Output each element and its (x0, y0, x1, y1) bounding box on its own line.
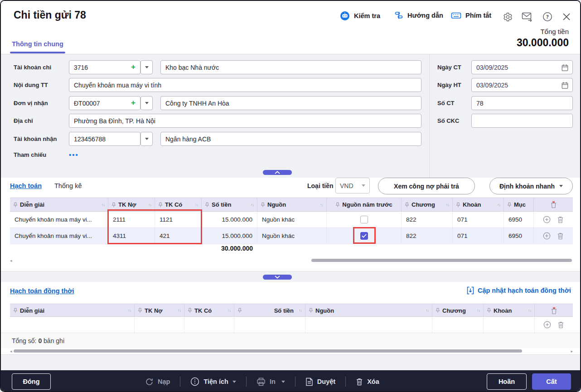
col-credit[interactable]: TK Có↑↓ (184, 304, 234, 317)
table-row-selected[interactable]: Chuyển khoản mua máy vi... 4311 421 15.0… (10, 228, 573, 244)
ckc-no-label: Số CKC (437, 117, 459, 124)
collapse-up-button[interactable] (263, 170, 292, 175)
payment-desc-input[interactable]: Chuyển khoản mua máy vi tính (69, 78, 421, 92)
form-area: Tài khoản chi 3716 + Kho bạc Nhà nước Nộ… (1, 54, 580, 178)
tab-accounting[interactable]: Hạch toán (10, 182, 42, 189)
cell-clause: 071 (453, 228, 504, 244)
simultaneous-title-link[interactable]: Hạch toán đồng thời (10, 287, 74, 295)
quick-entry-label: Định khoản nhanh (499, 183, 555, 190)
utilities-icon (190, 377, 199, 386)
add-row-icon[interactable] (543, 232, 551, 240)
scroll-left-icon[interactable]: ◂ (10, 258, 12, 263)
scroll-left-icon[interactable]: ◂ (10, 349, 12, 353)
prev-year-checkbox-checked[interactable] (360, 232, 368, 240)
scrollbar-thumb[interactable] (14, 349, 522, 353)
calendar-icon[interactable] (561, 82, 569, 91)
address-input[interactable]: Phường Ba Đình, TP. Hà Nội (69, 114, 421, 128)
doc-date-input[interactable]: 03/09/2025 (471, 60, 573, 74)
quick-entry-button[interactable]: Định khoản nhanh (489, 178, 573, 194)
approve-button[interactable]: Duyệt (305, 377, 335, 386)
pin-icon (309, 308, 313, 313)
col-prev-year-source[interactable]: Nguồn năm trước (327, 198, 402, 211)
svg-text:?: ? (546, 14, 549, 20)
col-item[interactable]: Mục (504, 198, 534, 211)
check-action[interactable]: Kiểm tra (340, 11, 380, 21)
account-in-code: 123456788 (74, 136, 106, 143)
print-button[interactable]: In (257, 377, 285, 386)
reload-button[interactable]: Nạp (145, 377, 170, 386)
shortcut-action[interactable]: Phím tắt (451, 11, 491, 20)
h-scrollbar: ◂ ▸ (10, 349, 573, 353)
utilities-button[interactable]: Tiện ích (190, 377, 236, 386)
account-out-label: Tài khoản chi (14, 64, 51, 71)
update-simultaneous-link[interactable]: Cập nhật hạch toán đồng thời (467, 286, 571, 295)
col-clause[interactable]: Khoản↑↓ (453, 198, 504, 211)
close-button[interactable] (561, 11, 572, 22)
add-row-icon[interactable] (543, 216, 551, 223)
receiver-unit-name-input[interactable]: Công ty TNHH An Hòa (160, 96, 421, 110)
pin-icon (138, 308, 142, 313)
delete-row-icon[interactable] (557, 216, 564, 223)
col-debit[interactable]: TK Nợ↑↓ (135, 304, 184, 317)
delete-button[interactable]: Xóa (356, 377, 379, 386)
col-debit[interactable]: TK Nợ↑↓ (108, 198, 155, 211)
cell-prev-year (327, 228, 402, 244)
table-row-empty[interactable] (10, 317, 573, 333)
doc-no-input[interactable]: 78 (471, 96, 573, 110)
accounting-table-header: Diễn giải↑↓ TK Nợ↑↓ TK Có↑↓ Số tiền↑↓ Ng… (10, 198, 573, 212)
col-delete-all[interactable] (534, 198, 573, 211)
col-source[interactable]: Nguồn↑↓ (305, 304, 432, 317)
col-chapter[interactable]: Chương↑↓ (432, 304, 484, 317)
account-in-dropdown[interactable] (140, 132, 153, 146)
send-feedback-button[interactable] (522, 11, 533, 22)
add-row-icon[interactable] (543, 321, 551, 329)
receiver-unit-code-input[interactable]: ĐT00007 + (69, 96, 140, 110)
col-chapter[interactable]: Chương↑↓ (402, 198, 453, 211)
prev-year-checkbox[interactable] (360, 216, 368, 223)
ckc-no-input[interactable] (471, 114, 573, 128)
col-credit[interactable]: TK Có↑↓ (155, 198, 202, 211)
col-desc[interactable]: Diễn giải↑↓ (10, 304, 135, 317)
account-out-code-input[interactable]: 3716 + (69, 60, 140, 74)
cell-desc (10, 317, 135, 333)
col-clause[interactable]: Khoản↑↓ (484, 304, 535, 317)
col-amount[interactable]: Số tiền↑↓ (234, 304, 305, 317)
col-amount[interactable]: Số tiền↑↓ (202, 198, 257, 211)
cell-clause (484, 317, 535, 333)
settings-button[interactable] (502, 11, 513, 22)
delete-row-icon[interactable] (557, 321, 564, 329)
currency-select[interactable]: VND (335, 178, 370, 194)
collapse-down-button[interactable] (263, 275, 292, 280)
receiver-unit-dropdown[interactable] (140, 96, 153, 110)
postpone-button[interactable]: Hoãn (487, 373, 527, 390)
col-desc[interactable]: Diễn giải↑↓ (10, 198, 108, 211)
scroll-right-icon[interactable]: ▸ (571, 349, 573, 353)
scrollbar-thumb[interactable] (311, 259, 572, 262)
record-count-label: Tổng số: (12, 337, 36, 344)
mail-send-icon (522, 12, 533, 22)
help-button[interactable]: ? (542, 11, 553, 22)
table-row[interactable]: Chuyển khoản mua máy vi... 2111 1121 15.… (10, 212, 573, 228)
add-receiver-icon[interactable]: + (131, 98, 136, 107)
cell-amount: 15.000.000 (202, 228, 257, 244)
col-source[interactable]: Nguồn↑↓ (257, 198, 327, 211)
close-button-footer[interactable]: Đóng (12, 373, 51, 390)
post-date-input[interactable]: 03/09/2025 (471, 78, 573, 92)
account-in-name-input[interactable]: Ngân hàng ACB (160, 132, 421, 146)
account-out-dropdown[interactable] (140, 60, 153, 74)
save-button[interactable]: Cất (532, 373, 571, 390)
cell-source (305, 317, 432, 333)
cell-source: Nguồn khác (257, 228, 327, 244)
delete-row-icon[interactable] (557, 232, 564, 240)
guide-action[interactable]: Hướng dẫn (394, 11, 443, 20)
add-account-icon[interactable]: + (131, 63, 136, 72)
account-out-name-input[interactable]: Kho bạc Nhà nước (160, 60, 421, 74)
tab-general-info[interactable]: Thông tin chung (10, 40, 65, 48)
reference-more-button[interactable]: ••• (69, 151, 79, 159)
view-payable-button[interactable]: Xem công nợ phải trả (378, 178, 475, 194)
account-in-code-input[interactable]: 123456788 (69, 132, 140, 146)
calendar-icon[interactable] (561, 64, 569, 73)
col-delete-all[interactable] (535, 304, 573, 317)
cell-item: 6950 (504, 212, 534, 227)
tab-statistics[interactable]: Thống kê (54, 182, 82, 189)
